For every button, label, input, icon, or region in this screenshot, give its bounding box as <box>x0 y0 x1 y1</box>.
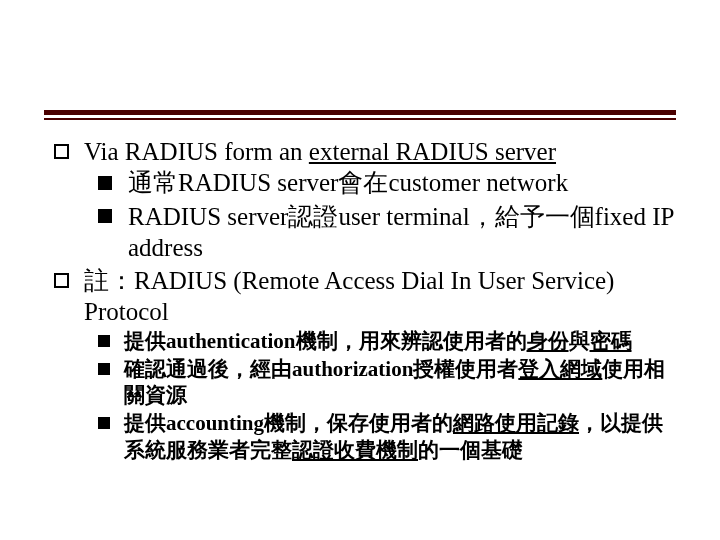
bullet1-sub1: 通常RADIUS server會在customer network <box>98 167 676 198</box>
b2s2-pre: 確認通過後，經由authorization授權使用者 <box>124 357 518 381</box>
bullet2-text: 註：RADIUS (Remote Access Dial In User Ser… <box>84 267 614 325</box>
b2s1-pre: 提供authentication機制，用來辨認使用者的 <box>124 329 527 353</box>
content-area: Via RADIUS form an external RADIUS serve… <box>54 136 676 465</box>
bullet1-underline: external RADIUS server <box>309 138 556 165</box>
bullet2-sub2: 確認通過後，經由authorization授權使用者登入網域使用相關資源 <box>98 356 676 409</box>
b2s2-u: 登入網域 <box>518 357 602 381</box>
bullet2-sub3: 提供accounting機制，保存使用者的網路使用記錄，以提供系統服務業者完整認… <box>98 410 676 463</box>
bullet-note-radius: 註：RADIUS (Remote Access Dial In User Ser… <box>54 265 676 463</box>
b2s3-u2: 認證收費機制 <box>292 438 418 462</box>
bullet-via-radius: Via RADIUS form an external RADIUS serve… <box>54 136 676 263</box>
bullet-list: Via RADIUS form an external RADIUS serve… <box>54 136 676 463</box>
bullet2-sublist: 提供authentication機制，用來辨認使用者的身份與密碼 確認通過後，經… <box>84 328 676 463</box>
divider-thin <box>44 118 676 120</box>
bullet1-sub2: RADIUS server認證user terminal，給予一個fixed I… <box>98 201 676 264</box>
title-divider <box>44 110 676 120</box>
b2s1-u1: 身份 <box>527 329 569 353</box>
bullet1-pre: Via RADIUS form an <box>84 138 309 165</box>
b2s3-pre: 提供accounting機制，保存使用者的 <box>124 411 453 435</box>
b2s1-mid: 與 <box>569 329 590 353</box>
b2s1-u2: 密碼 <box>590 329 632 353</box>
b2s3-u1: 網路使用記錄 <box>453 411 579 435</box>
slide-container: Via RADIUS form an external RADIUS serve… <box>0 0 720 540</box>
bullet2-sub1: 提供authentication機制，用來辨認使用者的身份與密碼 <box>98 328 676 354</box>
b2s3-post: 的一個基礎 <box>418 438 523 462</box>
bullet1-sublist: 通常RADIUS server會在customer network RADIUS… <box>84 167 676 263</box>
